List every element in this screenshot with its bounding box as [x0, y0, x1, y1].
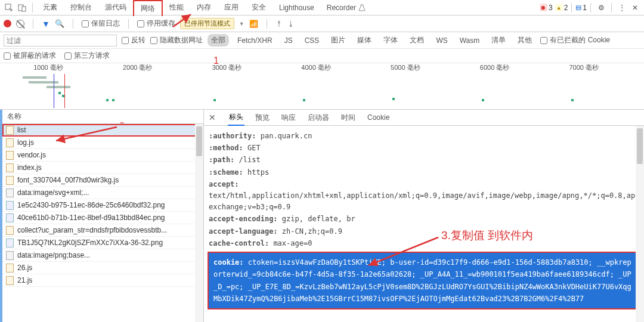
script-file-icon	[6, 226, 14, 235]
tab-response[interactable]: 响应	[280, 110, 297, 125]
tab-recorder[interactable]: Recorder	[321, 1, 371, 14]
tab-cookies[interactable]: Cookie	[366, 111, 391, 124]
image-file-icon	[6, 201, 14, 210]
settings-icon[interactable]: ⚙	[595, 1, 608, 14]
request-row[interactable]: 40ce61b0-b71b-11ec-8bef-d9a13bbd84ec.png	[2, 212, 203, 224]
tab-application[interactable]: 应用	[218, 0, 245, 15]
device-toggle-icon[interactable]	[16, 1, 29, 14]
message-count: 1	[583, 4, 587, 12]
download-icon[interactable]: ⭳	[287, 20, 295, 28]
type-other[interactable]: 其他	[514, 34, 535, 47]
tab-console[interactable]: 控制台	[64, 0, 98, 15]
type-fetch[interactable]: Fetch/XHR	[234, 35, 276, 46]
divider	[611, 3, 612, 13]
script-file-icon	[6, 126, 14, 135]
tab-security[interactable]: 安全	[245, 0, 273, 15]
search-icon[interactable]: 🔍	[55, 19, 64, 28]
hdr-val: GET	[247, 144, 261, 152]
hdr-key: accept-language:	[209, 227, 278, 236]
invert-label: 反转	[131, 35, 145, 45]
request-name: font_3307044_00f7hd0wir3kg.js	[17, 176, 119, 184]
close-details-icon[interactable]: ✕	[209, 113, 216, 122]
timeline-tick: 3000 毫秒	[188, 63, 277, 72]
record-button[interactable]	[4, 20, 11, 27]
network-timeline[interactable]: 1000 毫秒 2000 毫秒 3000 毫秒 4000 毫秒 5000 毫秒 …	[0, 63, 644, 110]
request-name: 21.js	[17, 276, 32, 284]
request-row[interactable]: 26.js	[2, 262, 203, 274]
request-row[interactable]: index.js	[2, 162, 203, 174]
type-all[interactable]: 全部	[208, 34, 229, 47]
type-css[interactable]: CSS	[301, 35, 323, 46]
type-font[interactable]: 字体	[380, 34, 401, 47]
chevron-down-icon[interactable]: ▼	[239, 21, 244, 27]
error-badge[interactable]: ⊗3	[540, 4, 553, 12]
timeline-tick: 2000 毫秒	[99, 63, 188, 72]
preserve-log-label: 保留日志	[91, 18, 120, 29]
script-file-icon	[6, 264, 14, 273]
type-js[interactable]: JS	[281, 35, 296, 46]
type-img[interactable]: 图片	[327, 34, 349, 47]
kebab-icon[interactable]: ⋮	[615, 1, 628, 14]
request-row[interactable]: 1e5c2430-b975-11ec-86de-25c6460bdf32.png	[2, 199, 203, 212]
request-name: 1e5c2430-b975-11ec-86de-25c6460bdf32.png	[17, 201, 165, 209]
clear-button[interactable]	[16, 20, 24, 28]
type-doc[interactable]: 文档	[406, 34, 428, 47]
tab-headers[interactable]: 标头	[228, 110, 244, 126]
wifi-icon[interactable]: 📶	[249, 20, 258, 28]
type-media[interactable]: 媒体	[354, 34, 375, 47]
blocked-requests-label: 被屏蔽的请求	[13, 51, 56, 61]
request-row[interactable]: TB1J5Q7tKL2gK0jSZFmXXc7iXXa-36-32.png	[2, 237, 203, 249]
detail-tabs: ✕ 标头 预览 响应 启动器 时间 Cookie	[204, 110, 644, 126]
hdr-key: :method:	[209, 144, 243, 152]
tab-sources[interactable]: 源代码	[98, 0, 133, 15]
inspect-icon[interactable]	[2, 1, 16, 14]
request-row[interactable]: vendor.js	[2, 149, 203, 162]
image-file-icon	[6, 213, 14, 222]
type-manifest[interactable]: 清单	[488, 34, 509, 47]
tab-lighthouse[interactable]: Lighthouse	[273, 1, 321, 14]
hide-data-urls-label: 隐藏数据网址	[160, 35, 203, 45]
divider	[32, 3, 33, 13]
invert-checkbox[interactable]: 反转	[122, 35, 145, 45]
name-column-header[interactable]: 名称	[2, 110, 203, 124]
message-badge[interactable]: ▤ 1	[575, 4, 587, 12]
filter-toggle-icon[interactable]: ▼	[42, 19, 50, 29]
close-devtools-icon[interactable]: ✕	[628, 1, 642, 14]
scrollbar[interactable]	[636, 126, 644, 322]
type-ws[interactable]: WS	[432, 35, 451, 46]
svg-rect-2	[22, 7, 26, 11]
type-wasm[interactable]: Wasm	[456, 35, 484, 46]
third-party-checkbox[interactable]: 第三方请求	[64, 51, 110, 61]
request-row[interactable]: 21.js	[2, 274, 203, 287]
request-row[interactable]: data:image/svg+xml;...	[2, 187, 203, 199]
request-row[interactable]: collect?uc_param_str=dndsfrpfbibdosvessb…	[2, 224, 203, 237]
scrollbar[interactable]	[195, 124, 203, 322]
hdr-val: pan.quark.cn	[261, 132, 312, 140]
timeline-tick: 7000 毫秒	[545, 63, 634, 72]
request-row[interactable]: data:image/png;base...	[2, 249, 203, 262]
blocked-requests-checkbox[interactable]: 被屏蔽的请求	[4, 51, 56, 61]
filter-input[interactable]	[4, 35, 117, 47]
tab-initiator[interactable]: 启动器	[306, 110, 330, 125]
warning-count: 2	[564, 4, 568, 12]
blocked-cookies-checkbox[interactable]: 有已拦截的 Cookie	[540, 35, 610, 45]
upload-icon[interactable]: ⭱	[275, 20, 283, 28]
divider	[73, 19, 73, 29]
annotation-arrow	[170, 12, 206, 30]
warning-badge[interactable]: ▲2	[555, 4, 568, 12]
preserve-log-checkbox[interactable]: 保留日志	[82, 18, 120, 29]
request-detail-pane: ✕ 标头 预览 响应 启动器 时间 Cookie :authority: pan…	[204, 110, 644, 322]
tab-timing[interactable]: 时间	[340, 110, 357, 125]
error-icon: ⊗	[540, 4, 547, 11]
request-row[interactable]: font_3307044_00f7hd0wir3kg.js	[2, 174, 203, 187]
request-name: data:image/png;base...	[17, 251, 90, 259]
tab-elements[interactable]: 元素	[36, 0, 64, 15]
annotation-3: 3.复制值 到软件内	[441, 228, 533, 243]
tab-network[interactable]: 网络	[133, 0, 163, 16]
request-name: TB1J5Q7tKL2gK0jSZFmXXc7iXXa-36-32.png	[17, 239, 163, 247]
request-name: 40ce61b0-b71b-11ec-8bef-d9a13bbd84ec.png	[17, 213, 165, 222]
hdr-val: max-age=0	[273, 239, 312, 247]
hide-data-urls-checkbox[interactable]: 隐藏数据网址	[150, 35, 203, 45]
tab-preview[interactable]: 预览	[254, 110, 271, 125]
divider	[128, 19, 129, 29]
